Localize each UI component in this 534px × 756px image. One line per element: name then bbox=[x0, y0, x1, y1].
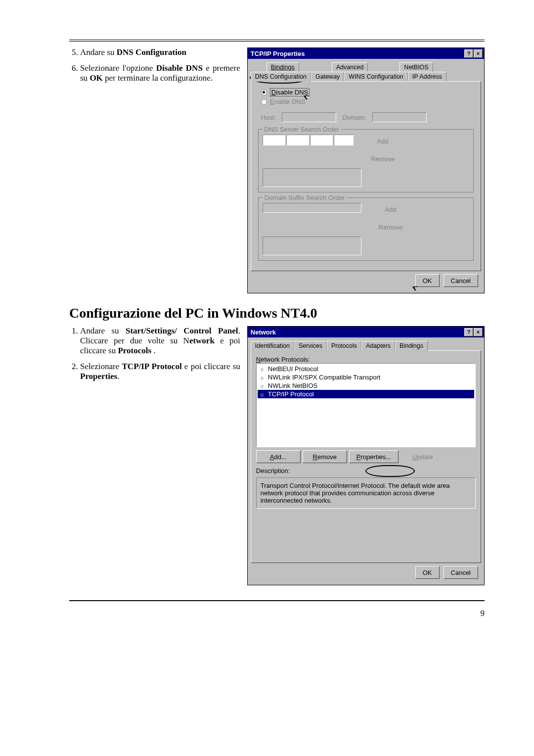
step-6: Selezionare l'opzione Disable DNS e prem… bbox=[80, 63, 240, 83]
tab-bindings[interactable]: Bindings bbox=[267, 62, 299, 72]
help-icon[interactable]: ? bbox=[464, 49, 473, 58]
instructions-block-1: Andare su DNS Configuration Selezionare … bbox=[69, 47, 240, 89]
add-button[interactable]: Add... bbox=[256, 450, 301, 463]
domain-label: Domain: bbox=[342, 114, 366, 121]
tab-ip-address[interactable]: IP Address bbox=[408, 72, 446, 82]
protocol-netbeui[interactable]: ☼NetBEUI Protocol bbox=[258, 365, 474, 373]
page-number: 9 bbox=[69, 600, 485, 618]
domain-input bbox=[372, 112, 427, 122]
protocol-nwlink-ipx[interactable]: ☼NWLink IPX/SPX Compatible Transport bbox=[258, 373, 474, 381]
instructions-block-2: Andare su Start/Settings/ Control Panel.… bbox=[69, 326, 240, 387]
close-icon[interactable]: × bbox=[474, 328, 483, 336]
radio-disable-dns[interactable] bbox=[261, 90, 267, 95]
ok-button[interactable]: OK bbox=[415, 566, 440, 579]
tcpip-title: TCP/IP Properties bbox=[251, 50, 305, 57]
suffix-order-label: Domain Suffix Search Order bbox=[263, 194, 347, 201]
tab-protocols[interactable]: Protocols bbox=[327, 341, 361, 351]
radio-enable-dns[interactable] bbox=[261, 99, 267, 105]
properties-button[interactable]: Properties... bbox=[349, 450, 399, 463]
ok-button[interactable]: OK bbox=[415, 274, 440, 287]
nt-step-2: Selezionare TCP/IP Protocol e poi clicca… bbox=[80, 362, 240, 381]
close-icon[interactable]: × bbox=[474, 49, 483, 58]
step-5: Andare su DNS Configuration bbox=[80, 47, 240, 57]
description-label: Description: bbox=[256, 467, 476, 474]
protocol-listbox[interactable]: ☼NetBEUI Protocol ☼NWLink IPX/SPX Compat… bbox=[256, 363, 476, 447]
cancel-button[interactable]: Cancel bbox=[444, 274, 478, 287]
section-heading: Configurazione del PC in Windows NT4.0 bbox=[69, 305, 485, 321]
dns-ip-input bbox=[263, 135, 354, 145]
nt-step-1: Andare su Start/Settings/ Control Panel.… bbox=[80, 326, 240, 356]
host-input bbox=[282, 112, 336, 122]
protocol-icon: ☼ bbox=[258, 382, 266, 389]
network-title: Network bbox=[251, 329, 276, 336]
protocol-icon: ☼ bbox=[258, 391, 266, 398]
protocol-icon: ☼ bbox=[258, 366, 266, 373]
protocol-tcpip[interactable]: ☼TCP/IP Protocol bbox=[258, 390, 474, 398]
enable-dns-label: Enable DNS bbox=[270, 98, 306, 105]
tab-bindings[interactable]: Bindings bbox=[395, 341, 428, 351]
dns-listbox bbox=[263, 168, 361, 187]
host-label: Host: bbox=[261, 114, 276, 121]
dns-add-button: Add bbox=[363, 135, 402, 147]
cancel-button[interactable]: Cancel bbox=[444, 566, 478, 579]
tab-advanced[interactable]: Advanced bbox=[332, 62, 368, 72]
protocol-nwlink-netbios[interactable]: ☼NWLink NetBIOS bbox=[258, 381, 474, 390]
tab-adapters[interactable]: Adapters bbox=[361, 341, 395, 351]
suffix-add-button: Add bbox=[371, 203, 410, 216]
suffix-remove-button: Remove bbox=[371, 221, 410, 234]
dns-remove-button: Remove bbox=[363, 152, 402, 165]
network-window: Network ? × Identification Services Prot… bbox=[247, 326, 485, 585]
network-protocols-label: Network Protocols: bbox=[256, 356, 476, 363]
tab-netbios[interactable]: NetBIOS bbox=[400, 62, 433, 72]
dns-order-label: DNS Server Search Order bbox=[263, 126, 341, 133]
tab-services[interactable]: Services bbox=[294, 341, 327, 351]
help-icon[interactable]: ? bbox=[464, 328, 473, 336]
tcpip-properties-window: TCP/IP Properties ? × Bindings Advanced … bbox=[247, 47, 485, 293]
tab-gateway[interactable]: Gateway bbox=[311, 72, 344, 82]
protocol-icon: ☼ bbox=[258, 374, 266, 381]
tab-identification[interactable]: Identification bbox=[251, 341, 294, 351]
remove-button[interactable]: Remove bbox=[303, 450, 347, 463]
description-text: Transport Control Protocol/Internet Prot… bbox=[256, 477, 476, 509]
tab-wins-configuration[interactable]: WINS Configuration bbox=[344, 72, 407, 82]
suffix-listbox bbox=[263, 236, 361, 255]
suffix-input bbox=[263, 203, 361, 213]
tab-dns-configuration[interactable]: DNS Configuration bbox=[251, 72, 311, 82]
update-button: Update bbox=[400, 450, 445, 463]
